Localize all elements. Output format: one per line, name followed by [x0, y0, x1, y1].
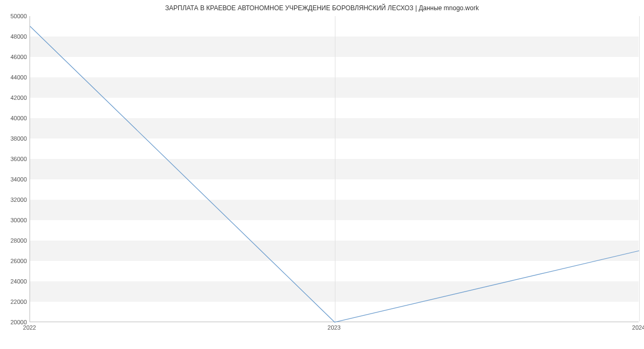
y-tick-label: 24000 — [3, 278, 27, 285]
y-tick-label: 28000 — [3, 237, 27, 244]
chart-container: ЗАРПЛАТА В КРАЕВОЕ АВТОНОМНОЕ УЧРЕЖДЕНИЕ… — [0, 0, 644, 349]
y-tick-label: 34000 — [3, 176, 27, 183]
y-tick-label: 46000 — [3, 54, 27, 60]
y-tick-label: 50000 — [3, 13, 27, 19]
line-layer — [30, 16, 639, 322]
y-tick-label: 48000 — [3, 33, 27, 40]
y-tick-label: 42000 — [3, 94, 27, 101]
x-tick-label: 2024 — [632, 324, 644, 331]
y-tick-label: 30000 — [3, 217, 27, 223]
y-tick-label: 44000 — [3, 74, 27, 81]
plot-area — [30, 16, 639, 322]
chart-title: ЗАРПЛАТА В КРАЕВОЕ АВТОНОМНОЕ УЧРЕЖДЕНИЕ… — [0, 4, 644, 12]
y-tick-label: 38000 — [3, 135, 27, 142]
y-tick-label: 26000 — [3, 258, 27, 264]
y-tick-label: 32000 — [3, 197, 27, 203]
x-tick-label: 2023 — [327, 324, 340, 331]
y-tick-label: 22000 — [3, 299, 27, 305]
y-tick-label: 36000 — [3, 156, 27, 162]
x-gridline — [639, 16, 640, 322]
y-tick-label: 40000 — [3, 115, 27, 121]
x-tick-label: 2022 — [23, 324, 36, 331]
series-line — [30, 26, 639, 322]
